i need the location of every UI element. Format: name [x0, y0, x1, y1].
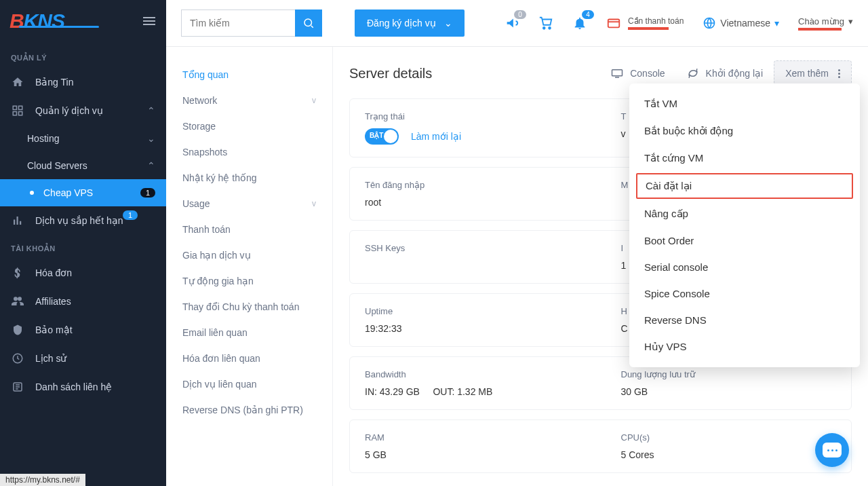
bandwidth-value: IN: 43.29 GB OUT: 1.32 MB: [365, 386, 580, 397]
nav-services[interactable]: Quản lý dịch vụ ⌃: [0, 96, 166, 125]
subnav-storage[interactable]: Storage: [166, 113, 332, 139]
language-selector[interactable]: Vietnamese ▾: [703, 16, 779, 30]
wallet-icon: [606, 16, 621, 31]
subnav-emails[interactable]: Email liên quan: [166, 320, 332, 345]
nav-expiring[interactable]: Dịch vụ sắp hết hạn 1: [0, 206, 166, 235]
nav-section-account: TÀI KHOẢN: [0, 235, 166, 259]
reboot-button[interactable]: Khởi động lại: [676, 60, 774, 86]
subnav-syslog[interactable]: Nhật ký hệ thống: [166, 165, 332, 191]
cart-icon[interactable]: [538, 16, 553, 31]
nav-section-manage: QUẢN LÝ: [0, 44, 166, 68]
dd-rdns[interactable]: Reverse DNS: [629, 307, 860, 333]
dd-reinstall[interactable]: Cài đặt lại: [636, 173, 853, 199]
svg-rect-9: [608, 20, 620, 28]
subnav-cycle[interactable]: Thay đổi Chu kỳ thanh toán: [166, 294, 332, 320]
console-button[interactable]: Console: [600, 61, 675, 86]
svg-rect-2: [13, 112, 16, 115]
chat-bubble-icon: [823, 443, 842, 457]
bell-icon[interactable]: 4: [572, 16, 587, 31]
toggle-label: BẬT: [370, 132, 383, 139]
shield-icon: [11, 324, 24, 336]
nav-label: Bảng Tin: [35, 77, 73, 88]
chevron-up-icon: ⌃: [147, 160, 155, 171]
pay-due-label: Cần thanh toán: [628, 16, 684, 26]
sidebar: BKNS QUẢN LÝ Bảng Tin Quản lý dịch vụ ⌃ …: [0, 0, 166, 486]
svg-point-7: [543, 27, 545, 29]
nav-history[interactable]: Lịch sử: [0, 344, 166, 373]
payment-due[interactable]: Cần thanh toán: [606, 16, 684, 31]
dd-hard-off[interactable]: Tắt cứng VM: [629, 145, 860, 172]
count-badge: 1: [140, 188, 155, 198]
nav-invoice[interactable]: Hóa đơn: [0, 259, 166, 287]
status-label: Trạng thái: [365, 111, 580, 122]
refresh-link[interactable]: Làm mới lại: [411, 131, 461, 142]
subnav-invoices[interactable]: Hóa đơn liên quan: [166, 345, 332, 371]
menu-toggle-icon[interactable]: [143, 17, 155, 25]
storage-value: 30 GB: [621, 386, 837, 397]
subnav-rdns[interactable]: Reverse DNS (bản ghi PTR): [166, 397, 332, 423]
dd-spice[interactable]: Spice Console: [629, 280, 860, 307]
nav-label: Affiliates: [35, 296, 71, 307]
nav-cloud-servers[interactable]: Cloud Servers ⌃: [0, 152, 166, 179]
svg-point-6: [304, 19, 312, 26]
nav-label: Cheap VPS: [43, 187, 93, 198]
bandwidth-label: Bandwidth: [365, 369, 580, 379]
kebab-icon: [838, 69, 840, 78]
subnav-network[interactable]: Networkv: [166, 88, 332, 113]
login-value: root: [365, 197, 580, 208]
users-icon: [11, 295, 24, 307]
nav-label: Lịch sử: [35, 353, 66, 364]
subnav-autorenew[interactable]: Tự động gia hạn: [166, 268, 332, 294]
dollar-icon: [11, 267, 24, 279]
chat-button[interactable]: [815, 433, 849, 467]
logo[interactable]: BKNS: [9, 10, 99, 32]
subnav-related[interactable]: Dịch vụ liên quan: [166, 371, 332, 397]
caret-down-icon: ▾: [848, 16, 853, 26]
status-bar: https://my.bkns.net/#: [0, 474, 85, 486]
nav-affiliates[interactable]: Affiliates: [0, 287, 166, 316]
nav-cheap-vps[interactable]: Cheap VPS 1: [0, 179, 166, 206]
ssh-label: SSH Keys: [365, 243, 580, 253]
subnav-renew[interactable]: Gia hạn dịch vụ: [166, 242, 332, 268]
red-underline: [628, 27, 669, 30]
nav-news[interactable]: Bảng Tin: [0, 68, 166, 96]
grid-icon: [11, 105, 24, 117]
chevron-down-icon: ⌄: [444, 18, 452, 29]
dd-force-reboot[interactable]: Bắt buộc khởi động: [629, 117, 860, 145]
dd-shutdown[interactable]: Tắt VM: [629, 90, 860, 117]
globe-icon: [703, 16, 716, 30]
svg-rect-0: [13, 106, 16, 109]
dd-upgrade[interactable]: Nâng cấp: [629, 200, 860, 227]
nav-hosting[interactable]: Hosting ⌄: [0, 125, 166, 152]
announcements-icon[interactable]: 0: [505, 16, 519, 31]
dd-serial[interactable]: Serial console: [629, 254, 860, 280]
nav-label: Dịch vụ sắp hết hạn: [35, 215, 123, 226]
search-input[interactable]: [181, 10, 295, 37]
svg-point-8: [549, 27, 551, 29]
search-button[interactable]: [295, 10, 322, 37]
nav-security[interactable]: Bảo mật: [0, 316, 166, 344]
uptime-value: 19:32:33: [365, 323, 580, 334]
nav-label: Cloud Servers: [27, 160, 87, 171]
subnav-overview[interactable]: Tổng quan: [166, 62, 332, 88]
page-title: Server details: [349, 66, 432, 81]
button-label: Đăng ký dịch vụ: [367, 18, 436, 29]
panel: Server details Console Khởi động lại Xem…: [333, 47, 868, 486]
language-label: Vietnamese: [720, 18, 770, 29]
subnav-snapshots[interactable]: Snapshots: [166, 139, 332, 165]
register-button[interactable]: Đăng ký dịch vụ ⌄: [355, 10, 465, 37]
dd-boot-order[interactable]: Boot Order: [629, 227, 860, 254]
nav-contacts[interactable]: Danh sách liên hệ: [0, 373, 166, 401]
uptime-label: Uptime: [365, 306, 580, 316]
refresh-icon: [687, 67, 699, 79]
subnav-usage[interactable]: Usagev: [166, 191, 332, 217]
subnav: Tổng quan Networkv Storage Snapshots Nhậ…: [166, 47, 333, 486]
more-button[interactable]: Xem thêm: [774, 60, 852, 86]
user-menu[interactable]: Chào mừng ▾: [798, 16, 853, 31]
cpu-label: CPU(s): [621, 432, 837, 443]
dd-destroy[interactable]: Hủy VPS: [629, 333, 860, 360]
svg-rect-11: [612, 70, 623, 76]
nav-label: Hosting: [27, 133, 59, 144]
status-toggle[interactable]: BẬT: [365, 128, 399, 145]
subnav-billing[interactable]: Thanh toán: [166, 217, 332, 242]
